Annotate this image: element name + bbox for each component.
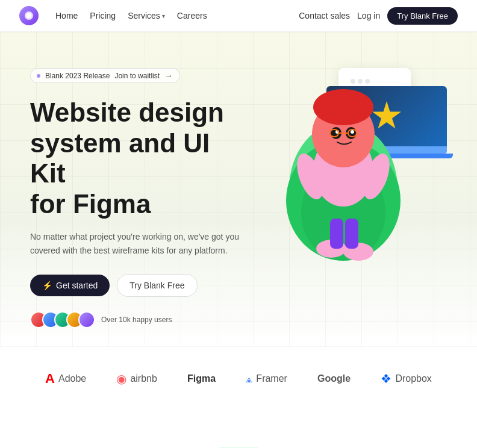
hero-illustration xyxy=(247,50,447,261)
character-svg xyxy=(259,56,428,261)
dropbox-icon: ❖ xyxy=(381,372,391,386)
svg-point-1 xyxy=(26,13,31,18)
nav-pricing[interactable]: Pricing xyxy=(90,11,116,20)
nav-right: Contact sales Log in Try Blank Free xyxy=(299,7,458,25)
contact-sales-link[interactable]: Contact sales xyxy=(299,11,350,20)
log-in-link[interactable]: Log in xyxy=(357,11,380,20)
nav-home[interactable]: Home xyxy=(55,11,78,20)
hero-buttons: ⚡ Get started Try Blank Free xyxy=(30,274,247,297)
airbnb-icon: ◉ xyxy=(116,372,126,386)
hero-heading: Website design system and UI Kit for Fig… xyxy=(30,98,247,219)
logos-section: A Adobe ◉ airbnb Figma ⟁ Framer Google ❖… xyxy=(0,346,477,411)
badge-dot xyxy=(37,74,40,78)
nav-services[interactable]: Services ▾ xyxy=(128,11,165,20)
logo[interactable] xyxy=(19,6,39,25)
badge-release-text: Blank 2023 Release xyxy=(45,72,110,80)
logo-airbnb: ◉ airbnb xyxy=(116,372,157,386)
hero-content: Blank 2023 Release Join to waitlist → We… xyxy=(30,62,247,328)
get-started-button[interactable]: ⚡ Get started xyxy=(30,275,110,296)
character-illustration xyxy=(259,56,428,261)
svg-rect-24 xyxy=(345,219,358,249)
social-proof: Over 10k happy users xyxy=(30,311,247,328)
logo-google: Google xyxy=(317,373,351,384)
build-section: Subheading Build your website with Blank… xyxy=(0,411,477,448)
nav-left: Home Pricing Services ▾ Careers xyxy=(19,6,207,25)
nav-careers[interactable]: Careers xyxy=(177,11,207,20)
avatar xyxy=(78,311,95,328)
logo-figma: Figma xyxy=(187,373,216,384)
users-count-text: Over 10k happy users xyxy=(101,316,172,324)
try-blank-free-button[interactable]: Try Blank Free xyxy=(387,7,458,25)
svg-point-15 xyxy=(351,130,354,134)
try-blank-button[interactable]: Try Blank Free xyxy=(117,274,197,297)
framer-icon: ⟁ xyxy=(246,373,252,385)
chevron-down-icon: ▾ xyxy=(162,13,165,19)
avatar-group xyxy=(30,311,95,328)
navbar: Home Pricing Services ▾ Careers Contact … xyxy=(0,0,477,32)
hero-section: Blank 2023 Release Join to waitlist → We… xyxy=(0,32,477,346)
nav-links: Home Pricing Services ▾ Careers xyxy=(55,11,207,20)
logo-adobe: A Adobe xyxy=(45,371,86,387)
adobe-icon: A xyxy=(45,371,55,387)
bolt-icon: ⚡ xyxy=(42,281,52,290)
svg-point-11 xyxy=(348,98,369,120)
hero-description: No matter what project you're working on… xyxy=(30,230,247,257)
badge-cta-text[interactable]: Join to waitlist xyxy=(114,72,160,80)
logo-dropbox: ❖ Dropbox xyxy=(381,372,431,386)
badge-arrow: → xyxy=(164,71,172,80)
svg-rect-23 xyxy=(330,219,343,249)
logo-framer: ⟁ Framer xyxy=(246,373,287,385)
release-badge: Blank 2023 Release Join to waitlist → xyxy=(30,68,180,83)
